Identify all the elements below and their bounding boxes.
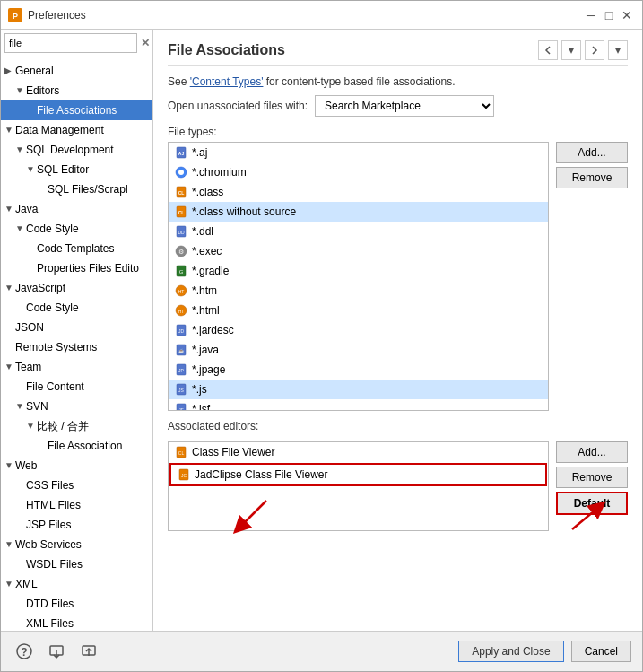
svg-text:⚙: ⚙	[178, 249, 184, 255]
sidebar-item-team[interactable]: ▼ Team	[1, 357, 152, 377]
sidebar-item-xml-files[interactable]: XML Files	[1, 614, 152, 631]
sidebar-item-code-style-js[interactable]: Code Style	[1, 298, 152, 318]
search-input[interactable]	[4, 33, 137, 53]
sidebar-item-remote-systems[interactable]: Remote Systems	[1, 337, 152, 357]
editor-icon-class-viewer: CL	[174, 445, 188, 459]
file-types-add-button[interactable]: Add...	[556, 142, 628, 163]
editors-add-button[interactable]: Add...	[556, 441, 628, 463]
file-icon-class: CL	[174, 185, 188, 199]
sidebar-item-svn[interactable]: ▼ SVN	[1, 397, 152, 416]
file-type-jardesc[interactable]: JD *.jardesc	[169, 320, 548, 340]
sidebar-item-sql-files[interactable]: SQL Files/Scrapl	[1, 179, 152, 199]
sidebar-item-java[interactable]: ▼ Java	[1, 199, 152, 219]
file-type-gradle[interactable]: G *.gradle	[169, 261, 548, 281]
close-button[interactable]: ✕	[619, 7, 635, 23]
nav-forward-button[interactable]	[585, 40, 604, 60]
file-type-class-nosrc[interactable]: CL *.class without source	[169, 202, 548, 222]
editors-remove-button[interactable]: Remove	[556, 467, 628, 488]
toggle-icon: ▼	[4, 280, 13, 296]
sidebar-item-wsdl-files[interactable]: WSDL Files	[1, 554, 152, 574]
sidebar-item-file-content[interactable]: File Content	[1, 377, 152, 397]
import-button[interactable]	[76, 639, 101, 664]
editor-jadclipse[interactable]: JC JadClipse Class File Viewer	[169, 463, 547, 486]
info-prefix: See	[168, 75, 190, 88]
toggle-icon: ▼	[15, 221, 24, 237]
apply-close-button[interactable]: Apply and Close	[458, 641, 563, 662]
editor-class-file-viewer[interactable]: CL Class File Viewer	[169, 442, 548, 462]
panel-title-actions: ▾ ▾	[538, 40, 628, 60]
file-type-chromium[interactable]: *.chromium	[169, 162, 548, 182]
file-icon-gradle: G	[174, 264, 188, 278]
main-panel: File Associations ▾ ▾ See 'Content Types…	[153, 30, 642, 631]
file-type-ddl[interactable]: DD *.ddl	[169, 222, 548, 241]
file-icon-chromium	[174, 165, 188, 179]
sidebar-item-label: XML	[15, 576, 38, 592]
sidebar-item-web-services[interactable]: ▼ Web Services	[1, 535, 152, 554]
editors-default-button[interactable]: Default	[556, 492, 628, 515]
file-type-js[interactable]: JS *.js	[169, 380, 548, 399]
info-suffix: for content-type based file associations…	[263, 75, 455, 88]
sidebar-item-css-files[interactable]: CSS Files	[1, 476, 152, 495]
file-type-exec[interactable]: ⚙ *.exec	[169, 241, 548, 261]
sidebar-item-html-files[interactable]: HTML Files	[1, 495, 152, 515]
nav-back-button[interactable]	[538, 40, 558, 60]
toggle-icon	[15, 615, 24, 631]
file-icon-js: JS	[174, 382, 188, 397]
file-icon-htm: HT	[174, 284, 188, 298]
sidebar-item-code-style[interactable]: ▼ Code Style	[1, 219, 152, 239]
sidebar-item-general[interactable]: ▶ General	[1, 61, 152, 81]
sidebar-item-hika-gou[interactable]: ▼ 比較 / 合并	[1, 416, 152, 436]
sidebar-item-editors[interactable]: ▼ Editors	[1, 81, 152, 100]
sidebar-item-code-templates[interactable]: Code Templates	[1, 239, 152, 258]
file-type-class[interactable]: CL *.class	[169, 182, 548, 202]
file-icon-jardesc: JD	[174, 323, 188, 337]
toggle-icon	[15, 300, 24, 316]
sidebar-item-file-association-svn[interactable]: File Association	[1, 436, 152, 456]
sidebar-item-file-associations[interactable]: File Associations	[1, 100, 152, 120]
maximize-button[interactable]: □	[601, 7, 617, 23]
file-type-jpage[interactable]: JP *.jpage	[169, 360, 548, 380]
cancel-button[interactable]: Cancel	[571, 641, 631, 662]
toggle-icon: ▶	[4, 63, 13, 79]
sidebar-item-xml[interactable]: ▼ XML	[1, 574, 152, 594]
sidebar-item-data-management[interactable]: ▼ Data Management	[1, 120, 152, 140]
file-type-label: *.js	[192, 381, 207, 397]
sidebar-item-sql-editor[interactable]: ▼ SQL Editor	[1, 160, 152, 179]
sidebar-item-jsp-files[interactable]: JSP Files	[1, 515, 152, 535]
content-types-link[interactable]: 'Content Types'	[190, 75, 264, 88]
open-unassociated-label: Open unassociated files with:	[168, 100, 308, 112]
file-type-html[interactable]: HT *.html	[169, 301, 548, 320]
search-clear-icon[interactable]: ✕	[141, 37, 150, 49]
nav-menu-button[interactable]: ▾	[608, 40, 628, 60]
toggle-icon: ▼	[4, 576, 13, 592]
sidebar-item-properties-files[interactable]: Properties Files Edito	[1, 258, 152, 278]
minimize-button[interactable]: ─	[583, 7, 599, 23]
tree: ▶ General ▼ Editors File Associations ▼ …	[1, 57, 152, 631]
sidebar-item-json[interactable]: JSON	[1, 318, 152, 337]
sidebar-item-dtd-files[interactable]: DTD Files	[1, 594, 152, 614]
editor-icon-jadclipse: JC	[177, 467, 191, 482]
sidebar-item-javascript[interactable]: ▼ JavaScript	[1, 278, 152, 298]
nav-dropdown-button[interactable]: ▾	[561, 40, 581, 60]
export-button[interactable]	[44, 639, 69, 664]
associated-editors-label: Associated editors:	[168, 420, 628, 432]
editors-list[interactable]: CL Class File Viewer JC JadClipse Class …	[168, 441, 549, 531]
help-button[interactable]: ?	[12, 639, 37, 664]
file-types-remove-button[interactable]: Remove	[556, 167, 628, 188]
toggle-icon	[37, 181, 46, 197]
sidebar-item-sql-development[interactable]: ▼ SQL Development	[1, 140, 152, 160]
window-title: Preferences	[28, 9, 86, 22]
sidebar-item-label: SQL Editor	[37, 161, 89, 178]
file-type-jsf[interactable]: JF *.jsf	[169, 399, 548, 411]
file-icon-java: ☕	[174, 343, 188, 357]
svg-text:JC: JC	[181, 473, 187, 478]
file-type-htm[interactable]: HT *.htm	[169, 281, 548, 301]
file-types-list[interactable]: AJ *.aj *.chromium CL *.cl	[168, 142, 549, 411]
open-unassociated-dropdown[interactable]: Search Marketplace	[315, 95, 494, 117]
sidebar-item-label: Editors	[26, 83, 59, 99]
content-area: ✕ ▶ General ▼ Editors File Associations	[1, 30, 642, 631]
file-type-java[interactable]: ☕ *.java	[169, 340, 548, 360]
sidebar-item-web[interactable]: ▼ Web	[1, 456, 152, 476]
file-type-aj[interactable]: AJ *.aj	[169, 143, 548, 162]
editor-label: JadClipse Class File Viewer	[195, 467, 328, 483]
